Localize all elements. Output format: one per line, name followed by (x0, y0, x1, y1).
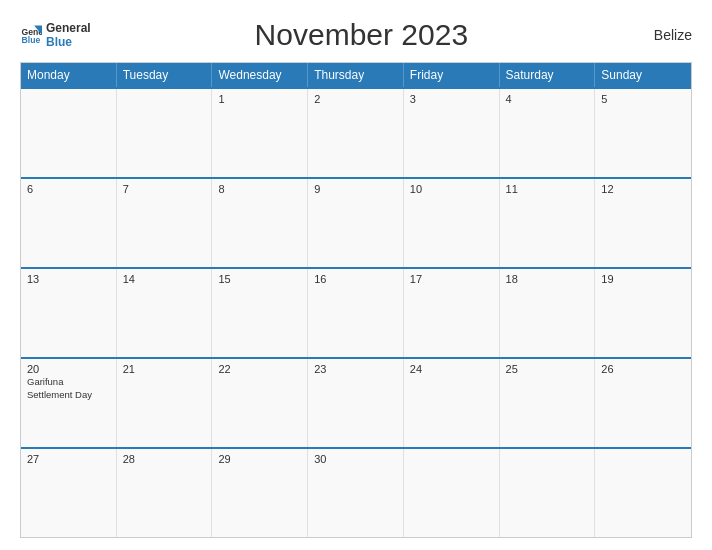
logo-blue: Blue (46, 35, 91, 49)
country-label: Belize (632, 27, 692, 43)
day-number: 22 (218, 363, 301, 375)
day-number: 25 (506, 363, 589, 375)
day-number: 24 (410, 363, 493, 375)
day-number: 28 (123, 453, 206, 465)
day-number: 10 (410, 183, 493, 195)
header-saturday: Saturday (500, 63, 596, 87)
cal-cell-r1-c3: 9 (308, 179, 404, 267)
day-number: 20 (27, 363, 110, 375)
day-number: 15 (218, 273, 301, 285)
cal-cell-r1-c2: 8 (212, 179, 308, 267)
cal-cell-r4-c2: 29 (212, 449, 308, 537)
cal-cell-r2-c0: 13 (21, 269, 117, 357)
day-number: 14 (123, 273, 206, 285)
cal-cell-r0-c3: 2 (308, 89, 404, 177)
header-thursday: Thursday (308, 63, 404, 87)
cal-cell-r3-c2: 22 (212, 359, 308, 447)
cal-row-3: 13141516171819 (21, 267, 691, 357)
cal-cell-r2-c2: 15 (212, 269, 308, 357)
cal-cell-r0-c4: 3 (404, 89, 500, 177)
cal-cell-r4-c6 (595, 449, 691, 537)
cal-cell-r4-c3: 30 (308, 449, 404, 537)
cal-cell-r4-c1: 28 (117, 449, 213, 537)
day-number: 7 (123, 183, 206, 195)
cal-cell-r2-c3: 16 (308, 269, 404, 357)
day-number: 26 (601, 363, 685, 375)
day-number: 11 (506, 183, 589, 195)
logo: General Blue General Blue (20, 21, 91, 50)
cal-cell-r0-c2: 1 (212, 89, 308, 177)
cal-cell-r3-c4: 24 (404, 359, 500, 447)
cal-cell-r0-c1 (117, 89, 213, 177)
cal-cell-r4-c0: 27 (21, 449, 117, 537)
cal-cell-r1-c5: 11 (500, 179, 596, 267)
event-label: Garifuna Settlement Day (27, 376, 92, 400)
day-number: 3 (410, 93, 493, 105)
cal-cell-r0-c0 (21, 89, 117, 177)
day-number: 30 (314, 453, 397, 465)
cal-row-1: 12345 (21, 87, 691, 177)
cal-cell-r1-c0: 6 (21, 179, 117, 267)
calendar-body: 1234567891011121314151617181920Garifuna … (21, 87, 691, 537)
header-wednesday: Wednesday (212, 63, 308, 87)
header-tuesday: Tuesday (117, 63, 213, 87)
header-friday: Friday (404, 63, 500, 87)
day-number: 12 (601, 183, 685, 195)
day-number: 2 (314, 93, 397, 105)
cal-cell-r0-c6: 5 (595, 89, 691, 177)
day-number: 5 (601, 93, 685, 105)
calendar-title: November 2023 (91, 18, 632, 52)
day-number: 27 (27, 453, 110, 465)
cal-cell-r2-c1: 14 (117, 269, 213, 357)
cal-cell-r3-c0: 20Garifuna Settlement Day (21, 359, 117, 447)
cal-cell-r1-c4: 10 (404, 179, 500, 267)
cal-cell-r3-c1: 21 (117, 359, 213, 447)
day-number: 4 (506, 93, 589, 105)
cal-cell-r3-c3: 23 (308, 359, 404, 447)
cal-cell-r2-c5: 18 (500, 269, 596, 357)
day-number: 13 (27, 273, 110, 285)
cal-row-2: 6789101112 (21, 177, 691, 267)
cal-cell-r4-c5 (500, 449, 596, 537)
cal-row-5: 27282930 (21, 447, 691, 537)
day-number: 17 (410, 273, 493, 285)
cal-row-4: 20Garifuna Settlement Day212223242526 (21, 357, 691, 447)
svg-text:Blue: Blue (22, 35, 41, 45)
cal-cell-r2-c4: 17 (404, 269, 500, 357)
cal-cell-r4-c4 (404, 449, 500, 537)
calendar-page: General Blue General Blue November 2023 … (0, 0, 712, 550)
cal-cell-r0-c5: 4 (500, 89, 596, 177)
cal-cell-r1-c6: 12 (595, 179, 691, 267)
day-number: 1 (218, 93, 301, 105)
day-number: 9 (314, 183, 397, 195)
cal-cell-r1-c1: 7 (117, 179, 213, 267)
logo-icon: General Blue (20, 24, 42, 46)
cal-cell-r3-c6: 26 (595, 359, 691, 447)
day-number: 16 (314, 273, 397, 285)
header-sunday: Sunday (595, 63, 691, 87)
logo-general: General (46, 21, 91, 35)
day-number: 29 (218, 453, 301, 465)
header-monday: Monday (21, 63, 117, 87)
calendar-grid: Monday Tuesday Wednesday Thursday Friday… (20, 62, 692, 538)
day-number: 23 (314, 363, 397, 375)
day-number: 8 (218, 183, 301, 195)
cal-cell-r3-c5: 25 (500, 359, 596, 447)
cal-cell-r2-c6: 19 (595, 269, 691, 357)
day-number: 18 (506, 273, 589, 285)
day-number: 6 (27, 183, 110, 195)
header: General Blue General Blue November 2023 … (20, 18, 692, 52)
calendar-header: Monday Tuesday Wednesday Thursday Friday… (21, 63, 691, 87)
day-number: 21 (123, 363, 206, 375)
day-number: 19 (601, 273, 685, 285)
